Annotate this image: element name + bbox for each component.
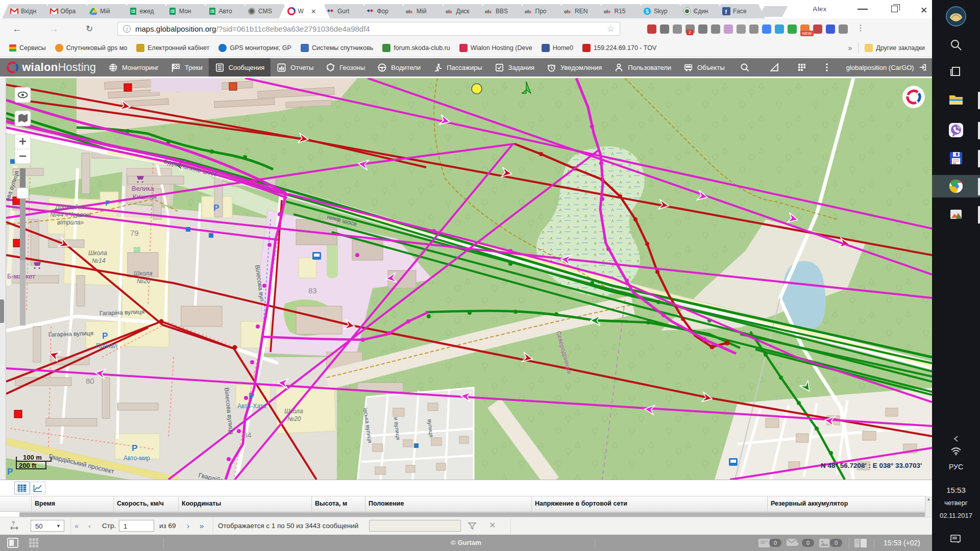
svg-text:P: P [102,331,108,341]
svg-text:ol: ol [485,9,489,14]
svg-text:вітрила»: вітрила» [57,219,84,226]
svg-text:S: S [646,9,649,14]
svg-text:200 ft: 200 ft [19,462,37,469]
svg-text:x: x [450,9,452,14]
svg-text:№44 «Червоні: №44 «Червоні [50,211,91,218]
svg-text:x: x [489,9,492,14]
svg-text:№14: №14 [92,257,106,264]
svg-text:Причал: Причал [96,342,117,349]
svg-text:Школа: Школа [134,270,153,277]
svg-text:84: 84 [243,431,252,439]
svg-text:79: 79 [130,229,139,237]
svg-text:Дитсадок: Дитсадок [54,204,85,211]
svg-text:x: x [568,9,571,14]
svg-text:x: x [529,9,531,14]
svg-text:x: x [410,9,412,14]
svg-text:N 48° 56.7208' : E 038° 33.070: N 48° 56.7208' : E 038° 33.0703' [821,462,922,469]
svg-text:P: P [105,198,110,207]
svg-text:ol: ol [604,9,608,14]
svg-text:P: P [132,443,137,453]
svg-text:83: 83 [308,286,317,295]
svg-text:ol: ol [525,9,529,14]
svg-text:?: ? [12,521,15,527]
svg-text:P: P [249,391,254,401]
svg-text:Школа: Школа [284,408,303,415]
svg-text:Авто-мир: Авто-мир [124,455,150,462]
svg-text:Авто-Хата: Авто-Хата [237,403,266,410]
svg-text:№20: №20 [287,415,301,422]
svg-text:100 m: 100 m [23,454,42,461]
svg-text:Школа: Школа [88,249,107,257]
svg-text:80: 80 [86,377,94,385]
svg-text:ol: ol [406,9,410,14]
svg-text:ol: ol [564,9,568,14]
svg-text:Кишеня: Кишеня [133,193,157,201]
svg-text:x: x [608,9,610,14]
svg-text:64: 64 [953,162,956,165]
svg-text:f: f [725,9,727,15]
svg-text:P: P [213,203,219,213]
svg-text:№20: №20 [137,278,151,285]
svg-text:Велика: Велика [132,185,154,192]
svg-text:ol: ol [446,9,450,14]
svg-text:P: P [7,467,13,477]
